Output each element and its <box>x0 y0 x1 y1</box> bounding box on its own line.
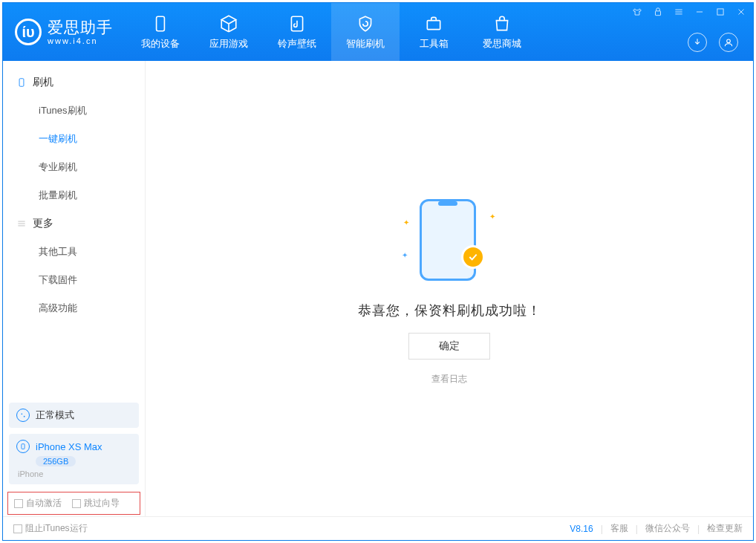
device-type: iPhone <box>18 469 43 478</box>
tshirt-icon[interactable] <box>631 6 643 18</box>
logo-icon: ίυ <box>15 19 42 45</box>
lock-icon[interactable] <box>652 6 664 18</box>
checkbox-label: 跳过向导 <box>84 497 120 510</box>
tab-my-device[interactable]: 我的设备 <box>126 3 195 61</box>
svg-rect-6 <box>19 79 24 87</box>
main-content: ✦ ✦ ✦ 恭喜您，保资料刷机成功啦！ 确定 查看日志 <box>146 61 753 516</box>
success-illustration: ✦ ✦ ✦ <box>397 192 501 288</box>
tab-label: 铃声壁纸 <box>278 37 316 51</box>
footer: 阻止iTunes运行 V8.16 | 客服 | 微信公众号 | 检查更新 <box>3 516 753 540</box>
checkmark-badge-icon <box>461 245 485 269</box>
sidebar-item-firmware[interactable]: 下载固件 <box>3 266 145 294</box>
phone-icon <box>16 77 27 88</box>
app-window: ίυ 爱思助手 www.i4.cn 我的设备 应用游戏 铃声壁纸 智能刷机 <box>2 2 754 541</box>
checkbox-auto-activate[interactable]: 自动激活 <box>14 497 62 510</box>
svg-rect-4 <box>656 11 661 16</box>
view-log-link[interactable]: 查看日志 <box>431 373 467 386</box>
device-name: iPhone XS Max <box>36 441 102 452</box>
device-phone-icon <box>16 440 30 453</box>
sidebar-item-batch[interactable]: 批量刷机 <box>3 181 145 209</box>
version-label: V8.16 <box>570 524 593 534</box>
menu-icon[interactable] <box>673 6 685 18</box>
sidebar-group-more: 更多 <box>3 209 145 238</box>
download-button[interactable] <box>688 33 707 52</box>
checkbox-label: 自动激活 <box>26 497 62 510</box>
svg-point-7 <box>22 414 23 415</box>
app-title: 爱思助手 <box>48 19 113 36</box>
svg-rect-0 <box>157 16 165 31</box>
logo: ίυ 爱思助手 www.i4.cn <box>3 3 126 61</box>
checkbox-label: 阻止iTunes运行 <box>25 522 88 535</box>
maximize-button[interactable] <box>714 6 726 18</box>
svg-rect-2 <box>427 21 440 30</box>
mode-label: 正常模式 <box>36 409 74 422</box>
tab-label: 应用游戏 <box>209 37 248 51</box>
bag-icon <box>492 13 512 34</box>
checkbox-icon <box>14 499 23 508</box>
mode-icon <box>16 409 30 422</box>
checkbox-block-itunes[interactable]: 阻止iTunes运行 <box>13 522 88 535</box>
tab-store[interactable]: 爱思商城 <box>468 3 536 61</box>
svg-rect-9 <box>22 444 25 449</box>
tab-toolbox[interactable]: 工具箱 <box>400 3 468 61</box>
toolbox-icon <box>423 13 444 34</box>
tab-flash[interactable]: 智能刷机 <box>331 3 400 61</box>
sidebar-item-oneclick[interactable]: 一键刷机 <box>3 125 145 153</box>
checkbox-icon <box>13 524 22 533</box>
svg-point-3 <box>727 39 731 43</box>
separator: | <box>636 524 638 534</box>
footer-link-update[interactable]: 检查更新 <box>707 522 743 535</box>
separator: | <box>697 524 700 534</box>
sparkle-icon: ✦ <box>403 218 409 227</box>
success-message: 恭喜您，保资料刷机成功啦！ <box>358 302 541 319</box>
separator: | <box>601 524 603 534</box>
group-label: 刷机 <box>33 76 53 89</box>
sparkle-icon: ✦ <box>489 212 495 221</box>
svg-point-8 <box>24 416 25 417</box>
tab-label: 工具箱 <box>420 37 449 51</box>
footer-link-service[interactable]: 客服 <box>610 522 628 535</box>
sparkle-icon: ✦ <box>402 251 408 259</box>
minimize-button[interactable] <box>694 6 706 18</box>
options-highlight-box: 自动激活 跳过向导 <box>7 492 140 515</box>
header: ίυ 爱思助手 www.i4.cn 我的设备 应用游戏 铃声壁纸 智能刷机 <box>3 3 753 61</box>
close-button[interactable] <box>735 6 747 18</box>
tab-label: 我的设备 <box>141 37 180 51</box>
body: 刷机 iTunes刷机 一键刷机 专业刷机 批量刷机 更多 其他工具 下载固件 … <box>3 61 753 516</box>
group-label: 更多 <box>33 217 53 230</box>
window-controls <box>631 6 747 18</box>
shield-refresh-icon <box>355 13 376 34</box>
device-icon <box>150 13 171 34</box>
sidebar-item-advanced[interactable]: 高级功能 <box>3 294 145 322</box>
checkbox-icon <box>72 499 81 508</box>
svg-rect-5 <box>717 9 723 15</box>
capacity-badge: 256GB <box>36 456 76 466</box>
cube-icon <box>218 13 239 34</box>
sidebar-item-other-tools[interactable]: 其他工具 <box>3 238 145 266</box>
sidebar-item-pro[interactable]: 专业刷机 <box>3 153 145 181</box>
sidebar-group-flash: 刷机 <box>3 68 145 97</box>
sidebar-item-itunes[interactable]: iTunes刷机 <box>3 97 145 125</box>
music-file-icon <box>287 13 307 34</box>
app-subtitle: www.i4.cn <box>48 36 113 45</box>
tab-label: 爱思商城 <box>483 37 521 51</box>
sidebar: 刷机 iTunes刷机 一键刷机 专业刷机 批量刷机 更多 其他工具 下载固件 … <box>3 61 146 516</box>
ok-button[interactable]: 确定 <box>408 333 490 360</box>
list-icon <box>16 218 27 229</box>
phone-notch-graphic <box>438 201 457 206</box>
device-card[interactable]: iPhone XS Max 256GB iPhone <box>9 434 139 484</box>
tab-apps[interactable]: 应用游戏 <box>195 3 263 61</box>
checkbox-skip-wizard[interactable]: 跳过向导 <box>72 497 120 510</box>
tab-label: 智能刷机 <box>346 37 385 51</box>
main-tabs: 我的设备 应用游戏 铃声壁纸 智能刷机 工具箱 爱思商城 <box>126 3 536 61</box>
phone-graphic <box>420 199 476 281</box>
mode-card[interactable]: 正常模式 <box>9 403 139 428</box>
account-button[interactable] <box>719 33 738 52</box>
footer-link-wechat[interactable]: 微信公众号 <box>645 522 690 535</box>
tab-ringtone[interactable]: 铃声壁纸 <box>263 3 331 61</box>
